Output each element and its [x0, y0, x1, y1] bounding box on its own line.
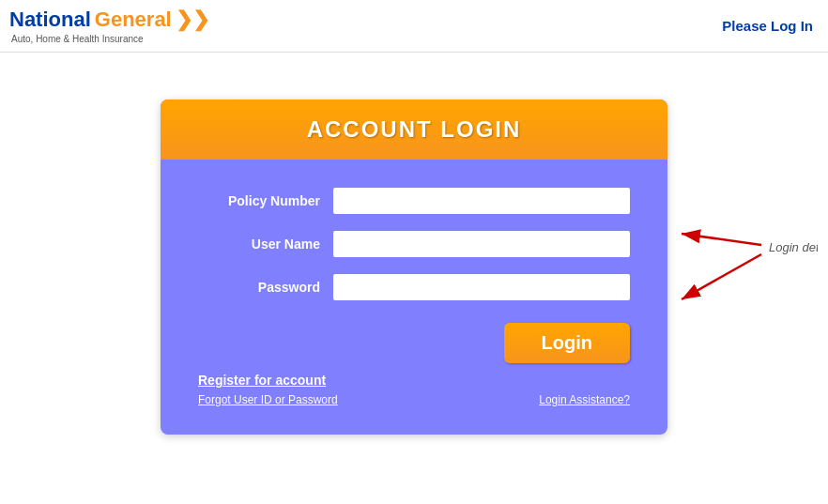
svg-line-1	[682, 234, 761, 245]
policy-number-input[interactable]	[333, 188, 630, 214]
password-label: Password	[198, 280, 320, 295]
username-input[interactable]	[333, 231, 630, 257]
policy-number-label: Policy Number	[198, 193, 320, 208]
svg-text:Login details: Login details	[769, 240, 818, 254]
username-row: User Name	[198, 231, 630, 257]
svg-line-2	[682, 254, 761, 299]
logo-area: National General ❯❯ Auto, Home & Health …	[9, 8, 209, 44]
annotation-container: ACCOUNT LOGIN Policy Number User Name Pa…	[161, 99, 667, 435]
links-left: Register for account Forgot User ID or P…	[198, 373, 338, 406]
logo-general: General	[95, 8, 172, 32]
logo-tagline: Auto, Home & Health Insurance	[11, 34, 209, 44]
password-input[interactable]	[333, 274, 630, 300]
page-header: National General ❯❯ Auto, Home & Health …	[0, 0, 828, 53]
page-title: Please Log In	[722, 18, 813, 34]
card-body: Policy Number User Name Password Login	[161, 160, 667, 435]
main-content: ACCOUNT LOGIN Policy Number User Name Pa…	[0, 53, 828, 435]
links-row: Register for account Forgot User ID or P…	[198, 373, 630, 406]
card-header: ACCOUNT LOGIN	[161, 99, 667, 160]
logo-arrows-icon: ❯❯	[176, 8, 209, 32]
assistance-link[interactable]: Login Assistance?	[539, 393, 630, 406]
logo: National General ❯❯	[9, 8, 209, 32]
logo-national: National	[9, 8, 91, 32]
policy-number-row: Policy Number	[198, 188, 630, 214]
login-card: ACCOUNT LOGIN Policy Number User Name Pa…	[161, 99, 667, 435]
register-link[interactable]: Register for account	[198, 373, 338, 388]
forgot-link[interactable]: Forgot User ID or Password	[198, 393, 338, 406]
card-title: ACCOUNT LOGIN	[307, 116, 522, 142]
login-button[interactable]: Login	[504, 323, 630, 363]
login-button-row: Login	[198, 323, 630, 363]
password-row: Password	[198, 274, 630, 300]
username-label: User Name	[198, 237, 320, 252]
